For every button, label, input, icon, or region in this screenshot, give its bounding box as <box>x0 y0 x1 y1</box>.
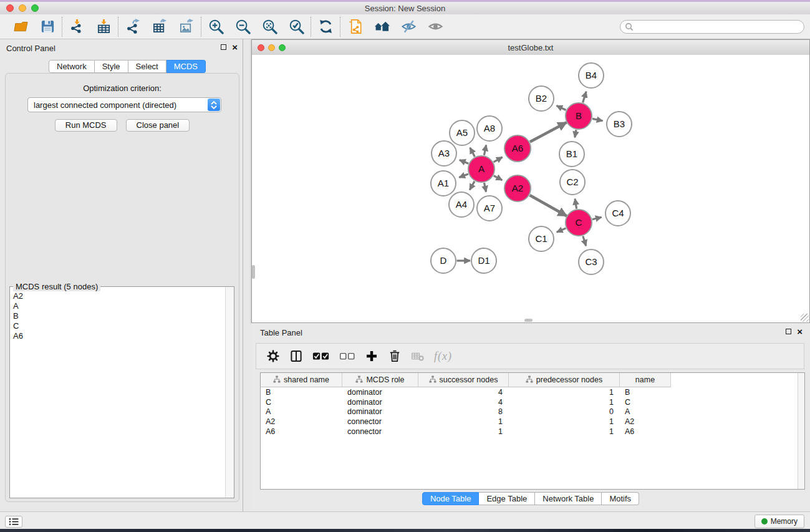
graph-node-C2[interactable]: C2 <box>560 170 585 195</box>
graph-node-B2[interactable]: B2 <box>529 86 554 111</box>
close-table-panel-icon[interactable]: × <box>797 328 803 335</box>
graph-edge-C-C4[interactable] <box>592 217 602 220</box>
mcds-result-item[interactable]: A2 <box>13 291 225 301</box>
table-cell[interactable]: A2 <box>620 417 671 426</box>
table-cell[interactable]: dominator <box>342 388 418 397</box>
table-cell[interactable]: C <box>261 398 342 407</box>
graph-node-A[interactable]: A <box>468 156 494 182</box>
export-network-icon[interactable] <box>125 19 141 35</box>
graph-node-A2[interactable]: A2 <box>504 175 531 201</box>
network-canvas[interactable]: AA1A2A3A4A5A6A7A8BB1B2B3B4CC1C2C3C4DD1 <box>252 55 809 322</box>
table-cell[interactable]: 1 <box>509 388 620 397</box>
column-header-name[interactable]: name <box>620 373 671 387</box>
graph-node-B3[interactable]: B3 <box>607 112 632 137</box>
export-image-icon[interactable] <box>178 19 195 35</box>
table-cell[interactable]: 1 <box>509 427 620 436</box>
vertical-scroll-thumb[interactable] <box>252 265 255 279</box>
graph-node-B1[interactable]: B1 <box>559 142 584 167</box>
table-row[interactable]: Adominator80A <box>261 407 804 417</box>
table-cell[interactable]: 8 <box>418 407 509 416</box>
graph-node-C[interactable]: C <box>566 210 592 236</box>
mcds-result-item[interactable]: C <box>13 321 225 331</box>
column-header-predecessor-nodes[interactable]: predecessor nodes <box>509 373 620 387</box>
table-cell[interactable]: dominator <box>342 407 418 416</box>
table-cell[interactable]: 4 <box>418 398 509 407</box>
graph-edge-B-B1[interactable] <box>575 130 576 137</box>
graph-node-C3[interactable]: C3 <box>579 249 604 274</box>
document-network-icon[interactable] <box>347 19 363 35</box>
table-row[interactable]: A2connector11A2 <box>261 417 804 427</box>
tab-mcds[interactable]: MCDS <box>166 60 206 73</box>
tab-network-table[interactable]: Network Table <box>535 492 602 505</box>
graph-node-B4[interactable]: B4 <box>579 63 604 88</box>
unchecked-boxes-icon[interactable] <box>339 348 355 364</box>
gear-icon[interactable] <box>266 348 280 364</box>
graph-edge-B-B2[interactable] <box>557 105 566 110</box>
table-cell[interactable]: B <box>261 388 342 397</box>
tab-motifs[interactable]: Motifs <box>602 492 639 505</box>
graph-node-A1[interactable]: A1 <box>431 171 456 196</box>
graph-node-C1[interactable]: C1 <box>529 226 554 251</box>
task-history-button[interactable] <box>5 516 22 528</box>
criterion-select[interactable]: largest connected component (directed) <box>27 97 221 112</box>
graph-edge-A-A4[interactable] <box>470 181 475 190</box>
table-row[interactable]: Bdominator41B <box>261 387 804 397</box>
graph-node-D1[interactable]: D1 <box>471 248 496 273</box>
mcds-result-item[interactable]: B <box>13 311 225 321</box>
table-cell[interactable]: A <box>620 407 671 416</box>
table-scrollbar[interactable] <box>798 373 804 489</box>
tab-select[interactable]: Select <box>128 60 166 73</box>
split-columns-icon[interactable] <box>289 348 303 364</box>
houses-icon[interactable] <box>374 19 390 35</box>
save-floppy-icon[interactable] <box>39 19 55 35</box>
table-cell[interactable]: A6 <box>261 427 342 436</box>
table-cell[interactable]: 0 <box>509 407 620 416</box>
zoom-out-icon[interactable] <box>234 19 251 35</box>
graph-edge-A-A8[interactable] <box>484 145 486 155</box>
mcds-result-item[interactable]: A6 <box>13 331 225 341</box>
float-panel-icon[interactable] <box>221 44 226 50</box>
graph-edge-A-A2[interactable] <box>494 176 503 180</box>
graph-edge-A6-B[interactable] <box>530 122 567 142</box>
graph-node-A7[interactable]: A7 <box>477 196 502 221</box>
table-cell[interactable]: A6 <box>620 427 671 436</box>
search-input[interactable] <box>620 20 804 34</box>
graph-edge-A2-C[interactable] <box>530 195 567 216</box>
import-network-icon[interactable] <box>69 19 85 35</box>
float-table-panel-icon[interactable] <box>786 329 791 334</box>
table-delete-icon[interactable] <box>411 348 425 364</box>
graph-node-B[interactable]: B <box>566 103 592 129</box>
table-cell[interactable]: A <box>261 407 342 416</box>
close-panel-button[interactable]: Close panel <box>126 119 190 132</box>
tab-network[interactable]: Network <box>49 60 95 73</box>
table-cell[interactable]: dominator <box>342 398 418 407</box>
column-header-successor-nodes[interactable]: successor nodes <box>418 373 509 387</box>
graph-node-A5[interactable]: A5 <box>450 120 475 145</box>
export-table-icon[interactable] <box>152 19 168 35</box>
close-panel-icon[interactable]: × <box>232 44 238 51</box>
graph-edge-C-C2[interactable] <box>575 199 577 209</box>
eye-slash-icon[interactable] <box>400 19 417 35</box>
plus-icon[interactable] <box>365 348 378 364</box>
table-cell[interactable]: connector <box>342 427 418 436</box>
table-cell[interactable]: 1 <box>509 398 620 407</box>
graph-edge-C-C3[interactable] <box>583 236 586 246</box>
table-cell[interactable]: 1 <box>418 417 509 426</box>
graph-node-A8[interactable]: A8 <box>477 116 502 141</box>
graph-node-C4[interactable]: C4 <box>605 201 630 226</box>
tab-node-table[interactable]: Node Table <box>422 492 480 505</box>
graph-node-A4[interactable]: A4 <box>449 192 474 217</box>
graph-edge-A-A1[interactable] <box>459 174 468 178</box>
table-cell[interactable]: connector <box>342 417 418 426</box>
table-cell[interactable]: 4 <box>418 388 509 397</box>
table-cell[interactable]: 1 <box>509 417 620 426</box>
resize-grip[interactable] <box>801 314 809 322</box>
eye-icon[interactable] <box>427 19 443 35</box>
graph-edge-A-A3[interactable] <box>460 160 468 163</box>
zoom-in-icon[interactable] <box>208 19 224 35</box>
graph-edge-A-A6[interactable] <box>494 157 503 162</box>
mcds-result-item[interactable]: A <box>13 301 225 311</box>
result-list-scrollbar[interactable] <box>225 287 234 498</box>
graph-edge-C-C1[interactable] <box>557 228 566 232</box>
checked-boxes-icon[interactable] <box>312 348 330 364</box>
